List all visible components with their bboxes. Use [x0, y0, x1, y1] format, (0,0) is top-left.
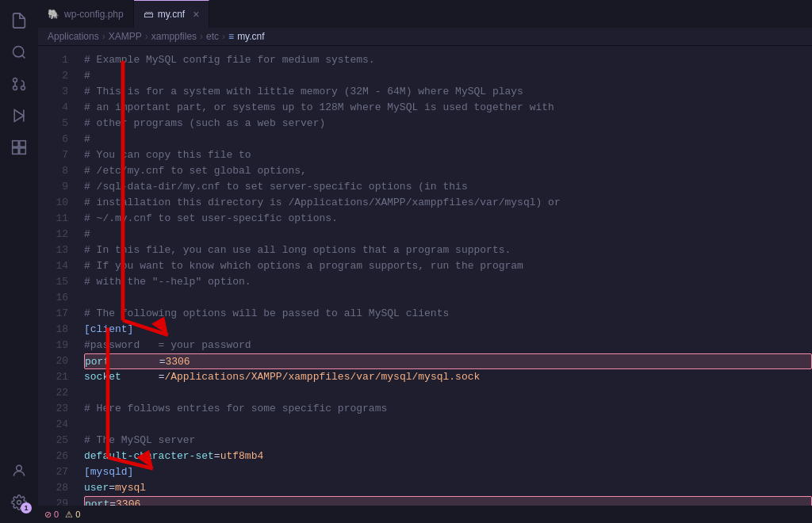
code-line — [84, 290, 812, 306]
line-number: 25 — [38, 433, 68, 449]
status-left: ⊘ 0 ⚠ 0 — [44, 510, 80, 520]
line-number: 8 — [38, 163, 68, 179]
code-line: port =3306 — [84, 353, 812, 369]
svg-rect-7 — [13, 141, 19, 147]
code-line: port=3306 — [84, 496, 812, 506]
code-line: # /sql-data-dir/my.cnf to set server-spe… — [84, 179, 812, 195]
code-line: socket =/Applications/XAMPP/xamppfiles/v… — [84, 369, 812, 385]
line-number: 15 — [38, 274, 68, 290]
line-number: 9 — [38, 179, 68, 195]
warning-icon: ⚠ — [65, 510, 73, 519]
line-number: 2 — [38, 68, 68, 84]
code-content[interactable]: # Example MySQL config file for medium s… — [78, 46, 812, 506]
line-number: 22 — [38, 385, 68, 401]
line-number: 7 — [38, 147, 68, 163]
tab-mycnf-label: my.cnf — [158, 9, 185, 20]
line-number: 28 — [38, 480, 68, 496]
account-icon[interactable] — [5, 456, 33, 485]
line-numbers: 1234567891011121314151617181920212223242… — [38, 46, 78, 506]
code-line: # If you want to know which options a pr… — [84, 258, 812, 274]
search-icon[interactable] — [5, 38, 33, 67]
editor-area[interactable]: 1234567891011121314151617181920212223242… — [38, 46, 812, 506]
svg-rect-10 — [20, 148, 26, 155]
line-number: 18 — [38, 322, 68, 338]
code-line — [84, 417, 812, 433]
extensions-icon[interactable] — [5, 133, 33, 162]
tab-bar: 🐘 wp-config.php 🗃 my.cnf × — [38, 0, 812, 28]
code-line: default-character-set=utf8mb4 — [84, 449, 812, 464]
breadcrumb-sep4: › — [222, 31, 225, 42]
line-number: 20 — [38, 353, 68, 369]
svg-rect-8 — [20, 141, 26, 147]
main-editor: 🐘 wp-config.php 🗃 my.cnf × Applications … — [38, 0, 812, 523]
breadcrumb-applications[interactable]: Applications — [48, 31, 99, 42]
run-icon[interactable] — [5, 101, 33, 130]
breadcrumb-sep2: › — [145, 31, 148, 42]
code-line: # Here follows entries for some specific… — [84, 401, 812, 417]
code-line: # The MySQL server — [84, 433, 812, 449]
svg-point-0 — [13, 47, 24, 57]
activity-bar-bottom: 1 — [5, 456, 33, 523]
code-line: [client] — [84, 322, 812, 338]
svg-point-11 — [17, 465, 22, 471]
code-line: # an important part, or systems up to 12… — [84, 100, 812, 116]
code-line: user=mysql — [84, 480, 812, 496]
warning-count: 0 — [75, 510, 80, 519]
source-control-icon[interactable] — [5, 70, 33, 98]
tab-mycnf[interactable]: 🗃 my.cnf × — [134, 0, 210, 28]
breadcrumb-xamppfiles[interactable]: xamppfiles — [151, 31, 197, 42]
code-line — [84, 385, 812, 401]
code-line: # The following options will be passed t… — [84, 306, 812, 322]
error-count: 0 — [54, 510, 59, 519]
breadcrumb-sep1: › — [102, 31, 105, 42]
breadcrumb: Applications › XAMPP › xamppfiles › etc … — [38, 28, 812, 46]
status-errors: ⊘ 0 — [44, 510, 59, 520]
line-number: 26 — [38, 449, 68, 464]
code-line: # This is for a system with little memor… — [84, 84, 812, 100]
code-line: # — [84, 227, 812, 242]
code-line: # — [84, 132, 812, 147]
activity-bar-top — [5, 6, 33, 450]
line-number: 5 — [38, 116, 68, 132]
tab-mycnf-close[interactable]: × — [193, 9, 199, 20]
tab-wpconfig[interactable]: 🐘 wp-config.php — [38, 0, 134, 28]
line-number: 12 — [38, 227, 68, 242]
code-line: [mysqld] — [84, 464, 812, 480]
settings-icon[interactable]: 1 — [5, 488, 33, 517]
breadcrumb-sep3: › — [200, 31, 203, 42]
line-number: 23 — [38, 401, 68, 417]
files-icon[interactable] — [5, 6, 33, 35]
svg-point-3 — [13, 78, 17, 82]
code-line: # with the "--help" option. — [84, 274, 812, 290]
tab-wpconfig-icon: 🐘 — [48, 9, 59, 20]
svg-marker-5 — [14, 110, 24, 122]
breadcrumb-xampp[interactable]: XAMPP — [109, 31, 142, 42]
settings-badge: 1 — [21, 502, 32, 513]
svg-rect-9 — [13, 148, 19, 155]
tab-wpconfig-label: wp-config.php — [64, 9, 124, 20]
line-number: 3 — [38, 84, 68, 100]
svg-line-1 — [22, 55, 25, 59]
line-number: 11 — [38, 211, 68, 227]
line-number: 19 — [38, 338, 68, 353]
line-number: 10 — [38, 195, 68, 211]
code-line: # You can copy this file to — [84, 147, 812, 163]
breadcrumb-current: my.cnf — [237, 31, 264, 42]
line-number: 21 — [38, 369, 68, 385]
svg-point-2 — [21, 86, 25, 90]
code-line: # ~/.my.cnf to set user-specific options… — [84, 211, 812, 227]
line-number: 1 — [38, 52, 68, 68]
status-bar: ⊘ 0 ⚠ 0 — [38, 506, 812, 523]
line-number: 16 — [38, 290, 68, 306]
breadcrumb-file-icon: ≡ — [228, 31, 234, 42]
error-icon: ⊘ — [44, 510, 52, 519]
line-number: 13 — [38, 242, 68, 258]
code-line: # — [84, 68, 812, 84]
line-number: 17 — [38, 306, 68, 322]
code-line: # installation this directory is /Applic… — [84, 195, 812, 211]
line-number: 29 — [38, 496, 68, 506]
breadcrumb-etc[interactable]: etc — [206, 31, 219, 42]
code-line: # In this file, you can use all long opt… — [84, 242, 812, 258]
line-number: 24 — [38, 417, 68, 433]
line-number: 14 — [38, 258, 68, 274]
